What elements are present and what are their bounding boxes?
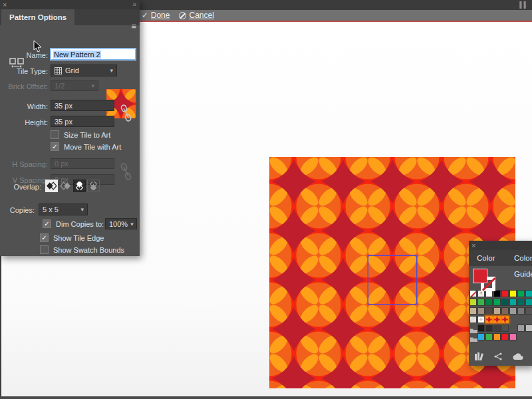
swatch-row — [469, 299, 532, 307]
panel-title-strip: × — [469, 241, 532, 250]
window-resize-icon[interactable]: ▌▌ — [519, 1, 528, 8]
show-tile-edge-checkbox[interactable]: ✓ — [40, 233, 49, 242]
grid-icon — [55, 67, 62, 74]
fill-color-proxy[interactable] — [473, 269, 487, 283]
dim-copies-checkbox[interactable]: ✓ — [43, 219, 51, 228]
link-spacing-icon — [120, 159, 132, 186]
swatch-color[interactable] — [477, 299, 485, 306]
swatch-color[interactable] — [525, 307, 532, 315]
swatch-new-pattern[interactable] — [501, 316, 509, 323]
size-tile-to-art-label: Size Tile to Art — [64, 131, 110, 139]
swatch-color[interactable] — [493, 307, 501, 315]
swatch-color[interactable] — [485, 299, 493, 306]
move-tile-with-art-label: Move Tile with Art — [64, 143, 121, 151]
swatch-new-pattern[interactable] — [485, 316, 493, 323]
swatch-color[interactable] — [477, 325, 485, 332]
tile-type-select[interactable]: Grid ▾ — [51, 65, 117, 76]
swatch-color[interactable] — [477, 307, 485, 315]
swatch-color[interactable] — [493, 325, 501, 332]
swatch-color[interactable] — [485, 325, 493, 332]
show-tile-edge-label: Show Tile Edge — [53, 234, 104, 242]
swatch-color[interactable] — [509, 290, 517, 297]
swatches-panel: × Color Color Guide + — [469, 241, 532, 366]
cancel-button[interactable]: Cancel — [179, 11, 213, 20]
swatch-color[interactable] — [501, 307, 509, 315]
swatch-color[interactable] — [477, 333, 485, 340]
swatch-color[interactable] — [501, 333, 509, 340]
link-dimensions-icon[interactable] — [120, 100, 132, 127]
swatch-row — [469, 307, 532, 315]
cancel-label: Cancel — [189, 11, 213, 20]
swatch-color[interactable] — [517, 325, 525, 332]
tile-edge-indicator — [368, 255, 417, 305]
size-tile-to-art-row: Size Tile to Art — [51, 130, 110, 139]
tile-type-value: Grid — [65, 66, 79, 74]
height-label: Height: — [0, 118, 48, 126]
tab-color-guide[interactable]: Color Guide — [506, 250, 532, 266]
swatch-none[interactable] — [469, 290, 477, 297]
close-icon[interactable]: × — [3, 0, 7, 9]
dim-copies-select[interactable]: 100% ▾ — [105, 218, 137, 229]
swatch-group-folder-icon[interactable] — [469, 333, 477, 340]
swatch-color[interactable] — [501, 325, 509, 332]
swatch-empty — [525, 333, 532, 340]
tab-pattern-options[interactable]: Pattern Options — [1, 9, 74, 25]
swatch-color[interactable] — [509, 307, 517, 315]
swatch-row — [469, 325, 532, 332]
done-button[interactable]: ✓ Done — [142, 11, 170, 20]
close-icon[interactable]: × — [471, 241, 475, 250]
width-input[interactable]: 35 px — [51, 100, 114, 111]
dim-copies-row: ✓ Dim Copies to: — [43, 219, 104, 228]
pattern-options-body: Name: New Pattern 2 Tile Type: Grid ▾ Br… — [0, 25, 140, 256]
brick-offset-value: 1/2 — [55, 82, 65, 90]
swatch-color[interactable] — [485, 307, 493, 315]
swatch-color[interactable] — [525, 290, 532, 297]
overlap-top-in-front-button[interactable] — [73, 180, 86, 192]
pattern-name-input[interactable]: New Pattern 2 — [51, 49, 136, 60]
swatch-color[interactable] — [525, 299, 532, 306]
size-tile-to-art-checkbox[interactable] — [51, 130, 59, 139]
share-icon[interactable] — [494, 352, 502, 360]
height-input[interactable]: 35 px — [51, 116, 114, 127]
collapse-panel-icon[interactable]: » — [132, 0, 136, 9]
swatch-color[interactable] — [493, 299, 501, 306]
dim-copies-label: Dim Copies to: — [56, 220, 104, 228]
overlap-left-in-front-button[interactable] — [45, 180, 58, 192]
swatch-pattern-floral[interactable] — [469, 316, 477, 323]
cancel-icon — [179, 12, 186, 19]
swatch-pattern-diamond[interactable] — [477, 316, 485, 323]
swatch-color[interactable] — [469, 307, 477, 315]
swatch-color[interactable] — [501, 299, 509, 306]
swatch-color[interactable] — [517, 290, 525, 297]
swatches-footer — [469, 350, 532, 363]
swatch-color[interactable] — [509, 333, 517, 340]
swatch-libraries-icon[interactable] — [474, 352, 483, 361]
name-label: Name: — [0, 51, 48, 59]
show-swatch-bounds-row: Show Swatch Bounds — [40, 245, 124, 254]
swatch-new-pattern[interactable] — [493, 316, 501, 323]
copies-label: Copies: — [0, 206, 35, 214]
swatch-color[interactable] — [509, 299, 517, 306]
h-spacing-value: 0 px — [55, 160, 68, 168]
swatch-empty — [517, 333, 525, 340]
swatch-color[interactable] — [469, 299, 477, 306]
show-swatch-bounds-checkbox[interactable] — [40, 245, 49, 254]
swatch-color[interactable] — [493, 333, 501, 340]
cloud-sync-icon[interactable] — [513, 353, 523, 360]
window-bottom-edge — [0, 396, 532, 399]
swatch-color[interactable] — [517, 299, 525, 306]
swatch-color[interactable] — [485, 333, 493, 340]
swatch-color[interactable] — [525, 325, 532, 332]
swatch-color[interactable] — [517, 307, 525, 315]
copies-select[interactable]: 5 x 5 ▾ — [39, 203, 88, 215]
overlap-right-in-front-button[interactable] — [59, 180, 72, 192]
swatches-body: + — [469, 266, 532, 366]
tab-color[interactable]: Color — [469, 250, 503, 266]
swatch-row — [469, 333, 532, 341]
swatch-group-folder-icon[interactable] — [469, 325, 477, 332]
move-tile-with-art-checkbox[interactable]: ✓ — [51, 142, 59, 151]
swatch-color[interactable] — [501, 290, 509, 297]
swatch-grid: + — [469, 290, 532, 342]
overlap-bottom-in-front-button[interactable] — [87, 180, 100, 192]
done-label: Done — [151, 11, 170, 20]
